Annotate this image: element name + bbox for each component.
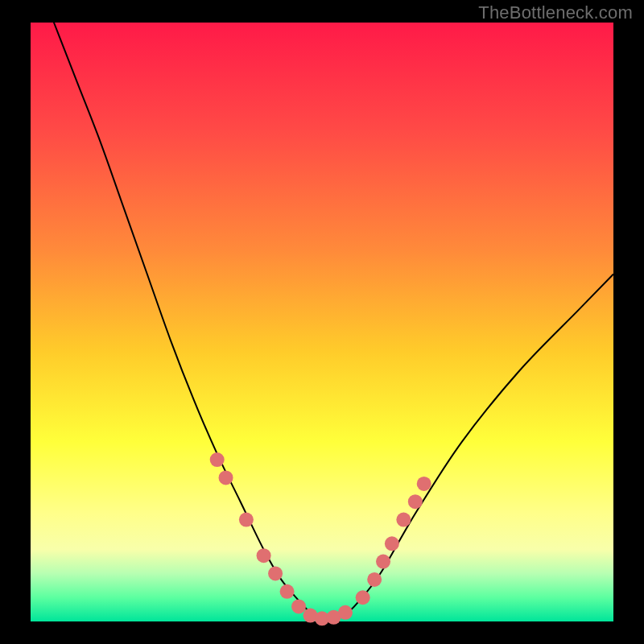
data-marker bbox=[367, 572, 382, 587]
data-marker bbox=[356, 590, 370, 605]
bottleneck-curve-svg bbox=[31, 23, 613, 621]
data-marker bbox=[385, 536, 399, 551]
data-marker bbox=[417, 477, 431, 491]
data-marker bbox=[219, 470, 233, 485]
data-marker bbox=[408, 494, 423, 509]
chart-frame: TheBottleneck.com bbox=[0, 0, 644, 644]
data-marker bbox=[338, 605, 353, 620]
data-marker bbox=[376, 555, 390, 569]
marker-layer bbox=[210, 452, 431, 625]
data-marker bbox=[210, 452, 225, 467]
bottleneck-curve bbox=[31, 0, 613, 619]
data-marker bbox=[257, 548, 271, 563]
data-marker bbox=[396, 513, 411, 527]
data-marker bbox=[280, 584, 295, 599]
data-marker bbox=[268, 566, 283, 580]
data-marker bbox=[239, 513, 254, 527]
data-marker bbox=[291, 599, 306, 613]
plot-area bbox=[31, 23, 613, 621]
watermark-text: TheBottleneck.com bbox=[478, 2, 633, 23]
